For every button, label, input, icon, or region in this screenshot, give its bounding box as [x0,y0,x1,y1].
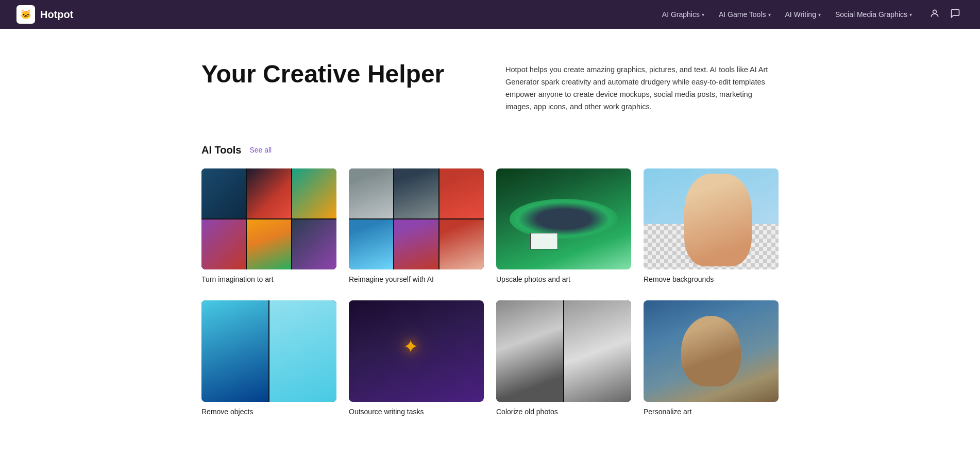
tool-thumb-reimagine [349,168,484,270]
thumb-cell [247,219,291,269]
section-header: AI Tools See all [201,144,779,156]
section-title: AI Tools [201,144,241,156]
tool-label: Remove objects [201,408,253,416]
nav-links: AI Graphics ▾ AI Game Tools ▾ AI Writing… [656,6,918,23]
tool-card-remove-objects[interactable]: Remove objects [201,300,336,416]
thumb-cell [496,300,563,402]
tool-label: Upscale photos and art [496,275,570,283]
thumb-cell [564,300,631,402]
nav-ai-game-tools[interactable]: AI Game Tools ▾ [713,6,777,23]
logo-text: Hotpot [40,9,73,21]
logo-icon: 🐱 [16,5,35,24]
svg-point-0 [933,10,937,13]
chevron-down-icon: ▾ [768,12,771,18]
tool-card-colorize[interactable]: Colorize old photos [496,300,631,416]
tool-label: Remove backgrounds [644,275,714,283]
hero-left: Your Creative Helper [201,60,475,88]
thumb-cell [349,168,393,218]
tool-thumb-remove-objects [201,300,336,402]
tool-thumb-personalize [644,300,779,402]
thumb-cell [292,219,336,269]
thumb-cell [394,168,438,218]
nav-social-media-graphics[interactable]: Social Media Graphics ▾ [829,6,918,23]
main-content: Your Creative Helper Hotpot helps you cr… [181,29,799,447]
thumb-cell [269,300,336,402]
tool-card-imagination-to-art[interactable]: Turn imagination to art [201,168,336,284]
see-all-link[interactable]: See all [249,146,272,154]
nav-user-icons [926,5,964,24]
tool-thumb-colorize [496,300,631,402]
chevron-down-icon: ▾ [702,12,704,18]
user-icon[interactable] [926,5,943,24]
tool-card-reimagine[interactable]: Reimagine yourself with AI [349,168,484,284]
tool-label: Personalize art [644,408,691,416]
thumb-cell [440,219,484,269]
tool-card-upscale[interactable]: Upscale photos and art [496,168,631,284]
thumb-cell [440,168,484,218]
tool-label: Outsource writing tasks [349,408,424,416]
tool-card-remove-bg[interactable]: Remove backgrounds [644,168,779,284]
thumb-cell [201,219,246,269]
tool-card-personalize[interactable]: Personalize art [644,300,779,416]
thumb-cell [292,168,336,218]
hero-title: Your Creative Helper [201,60,475,88]
hero-section: Your Creative Helper Hotpot helps you cr… [201,60,779,113]
tool-thumb-upscale [496,168,631,270]
thumb-cell [201,300,268,402]
logo[interactable]: 🐱 Hotpot [16,5,73,24]
thumb-cell [247,168,291,218]
tool-label: Colorize old photos [496,408,558,416]
tool-card-writing[interactable]: Outsource writing tasks [349,300,484,416]
thumb-cell [394,219,438,269]
thumb-person [684,174,752,267]
nav-ai-graphics[interactable]: AI Graphics ▾ [656,6,711,23]
tool-thumb-remove-bg [644,168,779,270]
navbar: 🐱 Hotpot AI Graphics ▾ AI Game Tools ▾ A… [0,0,980,29]
tool-thumb-imagination [201,168,336,270]
hero-right: Hotpot helps you create amazing graphics… [505,60,779,113]
tool-label: Turn imagination to art [201,275,274,283]
tool-label: Reimagine yourself with AI [349,275,434,283]
tools-grid: Turn imagination to art Reimagine yourse… [201,168,779,416]
chat-icon[interactable] [947,5,964,24]
thumb-cell [201,168,246,218]
nav-ai-writing[interactable]: AI Writing ▾ [779,6,827,23]
chevron-down-icon: ▾ [909,12,912,18]
thumb-cell [349,219,393,269]
tool-thumb-writing [349,300,484,402]
chevron-down-icon: ▾ [818,12,821,18]
hero-description: Hotpot helps you create amazing graphics… [505,64,779,113]
